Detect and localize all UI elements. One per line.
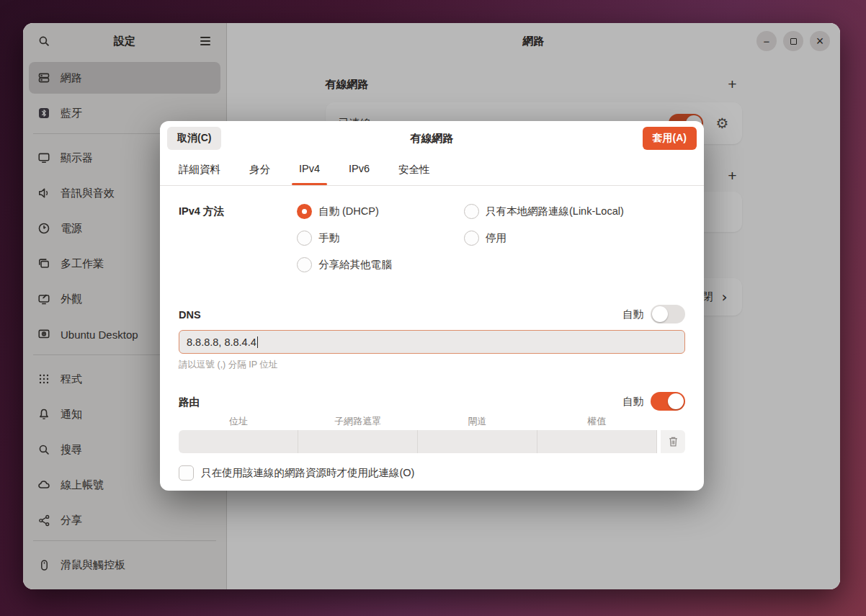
route-address-input[interactable] (179, 430, 298, 453)
route-gateway-input[interactable] (418, 430, 537, 453)
radio-label: 手動 (318, 231, 339, 245)
routes-label: 路由 (179, 394, 200, 409)
toggle-knob (668, 393, 684, 409)
tab-security[interactable]: 安全性 (397, 156, 432, 185)
radio-auto-dhcp[interactable]: 自動 (DHCP) (297, 203, 464, 219)
radio-label: 停用 (486, 231, 506, 245)
column-header-netmask: 子網路遮罩 (298, 415, 418, 428)
radio-icon (297, 257, 312, 272)
route-metric-input[interactable] (537, 430, 657, 453)
ipv4-method-options: 自動 (DHCP) 手動 分享給其他電腦 只有本地網路連線(Link-Local… (297, 203, 685, 283)
wired-connection-dialog: 取消(C) 有線網路 套用(A) 詳細資料 身分 IPv4 IPv6 安全性 I… (160, 121, 704, 491)
tab-ipv4[interactable]: IPv4 (298, 156, 321, 185)
radio-shared[interactable]: 分享給其他電腦 (297, 256, 464, 272)
text-caret (257, 336, 258, 348)
radio-label: 分享給其他電腦 (318, 258, 392, 272)
dns-label: DNS (179, 308, 201, 321)
route-netmask-input[interactable] (298, 430, 418, 453)
dns-auto-toggle[interactable] (651, 305, 685, 323)
tab-details[interactable]: 詳細資料 (177, 156, 222, 185)
ipv4-method-section: IPv4 方法 自動 (DHCP) 手動 分享給其他電腦 (179, 203, 685, 283)
radio-icon (464, 231, 479, 246)
route-input-row (179, 430, 685, 453)
routes-section: 路由 自動 位址 子網路遮罩 閘道 權值 (179, 392, 685, 481)
dns-auto-control: 自動 (622, 305, 685, 323)
tab-identity[interactable]: 身分 (248, 156, 272, 185)
ipv4-method-col1: 自動 (DHCP) 手動 分享給其他電腦 (297, 203, 464, 283)
toggle-knob (652, 306, 668, 322)
cancel-button[interactable]: 取消(C) (167, 127, 221, 150)
routes-auto-control: 自動 (622, 392, 685, 411)
ipv4-method-col2: 只有本地網路連線(Link-Local) 停用 (464, 203, 685, 283)
dns-hint: 請以逗號 (,) 分隔 IP 位址 (179, 359, 685, 371)
dialog-title: 有線網路 (160, 132, 704, 146)
dns-auto-label: 自動 (622, 308, 643, 321)
radio-link-local[interactable]: 只有本地網路連線(Link-Local) (464, 203, 685, 219)
dns-section: DNS 自動 8.8.8.8, 8.8.4.4 請以逗號 (,) 分隔 IP 位… (179, 305, 685, 371)
dns-input[interactable]: 8.8.8.8, 8.8.4.4 (179, 330, 685, 354)
column-header-address: 位址 (179, 415, 298, 428)
dialog-tabbar: 詳細資料 身分 IPv4 IPv6 安全性 (160, 156, 704, 186)
radio-selected-icon (297, 204, 312, 219)
radio-icon (464, 204, 479, 219)
radio-icon (297, 231, 312, 246)
apply-button[interactable]: 套用(A) (643, 127, 697, 150)
ipv4-method-label: IPv4 方法 (179, 203, 297, 283)
radio-label: 自動 (DHCP) (318, 205, 379, 218)
dns-input-value: 8.8.8.8, 8.8.4.4 (187, 336, 256, 348)
radio-manual[interactable]: 手動 (297, 230, 464, 246)
radio-label: 只有本地網路連線(Link-Local) (486, 205, 624, 218)
routes-auto-toggle[interactable] (651, 392, 685, 411)
column-header-gateway: 閘道 (418, 415, 537, 428)
use-only-for-resources-option[interactable]: 只在使用該連線的網路資源時才使用此連線(O) (179, 465, 685, 481)
routes-column-headers: 位址 子網路遮罩 閘道 權值 (179, 415, 685, 428)
dialog-headerbar: 取消(C) 有線網路 套用(A) (160, 121, 704, 156)
routes-auto-label: 自動 (622, 395, 643, 409)
tab-ipv6[interactable]: IPv6 (347, 156, 371, 185)
checkbox-icon (179, 465, 194, 481)
trash-icon (668, 436, 679, 447)
delete-route-button[interactable] (661, 430, 685, 453)
checkbox-label: 只在使用該連線的網路資源時才使用此連線(O) (201, 466, 414, 480)
radio-disable[interactable]: 停用 (464, 230, 685, 246)
column-header-metric: 權值 (537, 415, 656, 428)
ipv4-tab-content: IPv4 方法 自動 (DHCP) 手動 分享給其他電腦 (160, 186, 704, 491)
